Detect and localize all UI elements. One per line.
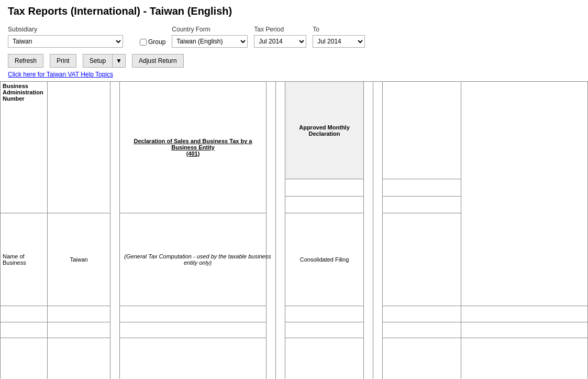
help-link[interactable]: Click here for Taiwan VAT Help Topics: [0, 70, 588, 81]
group-label: Group: [148, 38, 165, 46]
adjust-return-button[interactable]: Adjust Return: [132, 54, 184, 68]
refresh-button[interactable]: Refresh: [8, 54, 43, 68]
subsidiary-label: Subsidiary: [8, 26, 123, 33]
consolidated-filing: Consolidated Filing: [285, 213, 364, 306]
tax-period-select[interactable]: Jul 2014: [254, 35, 306, 48]
name-of-business-label: Name of Business: [1, 213, 48, 306]
to-select[interactable]: Jul 2014: [313, 35, 365, 48]
t-col: T a x: [364, 82, 373, 380]
group-checkbox[interactable]: [140, 39, 147, 46]
subsidiary-select[interactable]: Taiwan: [8, 35, 123, 48]
print-button[interactable]: Print: [50, 54, 76, 68]
p-col: p r o v i n c e: [276, 82, 285, 380]
setup-button[interactable]: Setup: [83, 54, 113, 68]
notes-col: N o t e s: [110, 82, 120, 380]
group-checkbox-label[interactable]: Group: [140, 38, 165, 46]
country-form-label: Country Form: [172, 26, 248, 33]
to-label: To: [313, 26, 365, 33]
page-title: Tax Reports (International) - Taiwan (En…: [0, 0, 588, 21]
tax-period-label: Tax Period: [254, 26, 306, 33]
p2-col: p r e f e c t u r e: [373, 82, 383, 380]
name-of-business-value: Taiwan: [48, 213, 110, 306]
country-form-select[interactable]: Taiwan (English): [172, 35, 248, 48]
individual-unit-filing: Invidual Unit Filing: [383, 338, 461, 379]
approved-header: Approved Monthly Declaration: [285, 82, 364, 179]
tax-reg-label: Tax Registration Number: [1, 338, 48, 379]
setup-dropdown-button[interactable]: ▼: [113, 54, 126, 68]
tax-period-display: Tax Period: July/2014: [120, 338, 267, 379]
business-admin-label: Business Administration Number: [1, 82, 48, 213]
form-title: Declaration of Sales and Business Tax by…: [120, 82, 267, 213]
currency-display: Currency: Taiwan dollar: [285, 338, 364, 379]
form-subtitle2: (General Tax Computation - used by the t…: [120, 213, 276, 306]
